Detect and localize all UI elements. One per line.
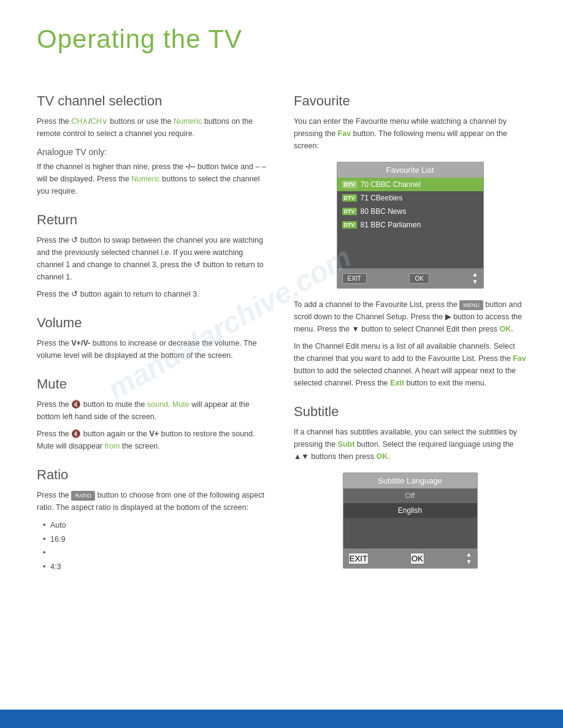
tv-channel-heading: TV channel selection: [37, 93, 269, 109]
fav-item-1: DTV 71 CBeebies: [337, 191, 483, 205]
analogue-para: If the channel is higher than nine, pres…: [37, 161, 269, 197]
favourite-list-menu: Favourite List DTV 70 CBBC Channel DTV 7…: [337, 162, 484, 289]
favourite-heading: Favourite: [294, 93, 526, 109]
ratio-btn-icon: RATIO: [71, 491, 95, 501]
subtitle-arrow-down: ▼: [466, 558, 472, 566]
sound-label: sound: [147, 400, 168, 409]
ratio-auto: Auto: [43, 518, 269, 533]
volume-heading: Volume: [37, 315, 269, 331]
return-para1: Press the ↺ button to swap between the c…: [37, 234, 269, 283]
exit-btn-label: Exit: [390, 379, 404, 387]
tv-channel-para1: Press the CH∧/CH∨ buttons or use the Num…: [37, 115, 269, 140]
subtitle-menu-footer: EXIT OK ▲ ▼: [343, 548, 477, 568]
fav-item-3: DTV 81 BBC Parliamen: [337, 218, 483, 232]
subtitle-nav-arrows: ▲ ▼: [466, 551, 472, 566]
analogue-heading: Analogue TV only:: [37, 147, 269, 157]
ch-up-label: CH∧: [71, 117, 88, 126]
subtitle-ok-button[interactable]: OK: [410, 553, 424, 564]
ratio-para: Press the RATIO button to choose from on…: [37, 489, 269, 514]
return-heading: Return: [37, 212, 269, 228]
menu-btn-inline: MENU: [459, 300, 483, 310]
fav-item-label-2: 80 BBC News: [361, 207, 407, 216]
favourite-para3: In the Channel Edit menu is a list of al…: [294, 340, 526, 389]
fav-btn-label: Fav: [338, 129, 351, 138]
return-para2: Press the ↺ button again to return to ch…: [37, 288, 269, 300]
subtitle-off-label: Off: [405, 491, 415, 500]
fav-item-label-1: 71 CBeebies: [361, 194, 403, 202]
right-column: Favourite You can enter the Favourite me…: [294, 78, 526, 578]
dtv-badge-1: DTV: [342, 194, 357, 202]
fav-btn-label2: Fav: [513, 354, 526, 363]
ratio-16-9: 16:9: [43, 533, 269, 547]
fav-item-2: DTV 80 BBC News: [337, 205, 483, 218]
page-content: Operating the TV TV channel selection Pr…: [0, 0, 563, 628]
mute-heading: Mute: [37, 376, 269, 392]
favourite-menu-footer: EXIT OK ▲ ▼: [337, 268, 483, 288]
fav-nav-arrows: ▲ ▼: [472, 271, 478, 286]
footer-bar: [0, 710, 563, 728]
subtitle-english-item: English: [343, 503, 477, 518]
ratio-list: Auto 16:9 4:3: [43, 518, 269, 574]
ok-label1: OK: [499, 325, 511, 333]
fav-exit-button[interactable]: EXIT: [342, 273, 367, 284]
dtv-badge-3: DTV: [342, 221, 357, 229]
subt-btn-label: Subt: [338, 440, 355, 449]
ratio-4-3: 4:3: [43, 560, 269, 574]
mute-para1: Press the 🔇 button to mute the sound. Mu…: [37, 398, 269, 423]
subtitle-arrow-up: ▲: [466, 551, 472, 558]
favourite-para2: To add a channel to the Favourite List, …: [294, 298, 526, 335]
subtitle-para1: If a channel has subtitles available, yo…: [294, 426, 526, 463]
left-column: TV channel selection Press the CH∧/CH∨ b…: [37, 78, 269, 578]
numeric-label: Numeric: [174, 117, 202, 126]
fav-item-label-3: 81 BBC Parliamen: [361, 221, 421, 229]
subtitle-english-label: English: [398, 506, 422, 515]
volume-para: Press the V+/V- buttons to increase or d…: [37, 337, 269, 362]
page-title: Operating the TV: [37, 25, 526, 54]
two-column-layout: TV channel selection Press the CH∧/CH∨ b…: [37, 78, 526, 578]
ok-label2: OK: [377, 452, 388, 461]
subtitle-off-item: Off: [343, 488, 477, 503]
fav-ok-button[interactable]: OK: [409, 273, 429, 284]
favourite-menu-title: Favourite List: [337, 162, 483, 178]
fav-item-label-0: 70 CBBC Channel: [361, 180, 421, 189]
mute-label: Mute: [172, 400, 190, 409]
dtv-badge-0: DTV: [342, 181, 357, 188]
subtitle-exit-button[interactable]: EXIT: [348, 553, 369, 564]
subtitle-language-menu: Subtitle Language Off English EXIT OK ▲ …: [343, 472, 478, 569]
fav-item-0: DTV 70 CBBC Channel: [337, 178, 483, 191]
fav-arrow-down: ▼: [472, 278, 478, 286]
from-label: from: [104, 442, 120, 450]
numeric-label2: Numeric: [131, 175, 160, 183]
ratio-empty: [43, 546, 269, 560]
ratio-heading: Ratio: [37, 467, 269, 483]
dtv-badge-2: DTV: [342, 208, 357, 215]
subtitle-heading: Subtitle: [294, 404, 526, 420]
fav-arrow-up: ▲: [472, 271, 478, 278]
favourite-para1: You can enter the Favourite menu while w…: [294, 115, 526, 152]
mute-para2: Press the 🔇 button again or the V+ butto…: [37, 428, 269, 452]
ch-down-label: CH∨: [91, 117, 108, 126]
subtitle-menu-title: Subtitle Language: [343, 473, 477, 488]
